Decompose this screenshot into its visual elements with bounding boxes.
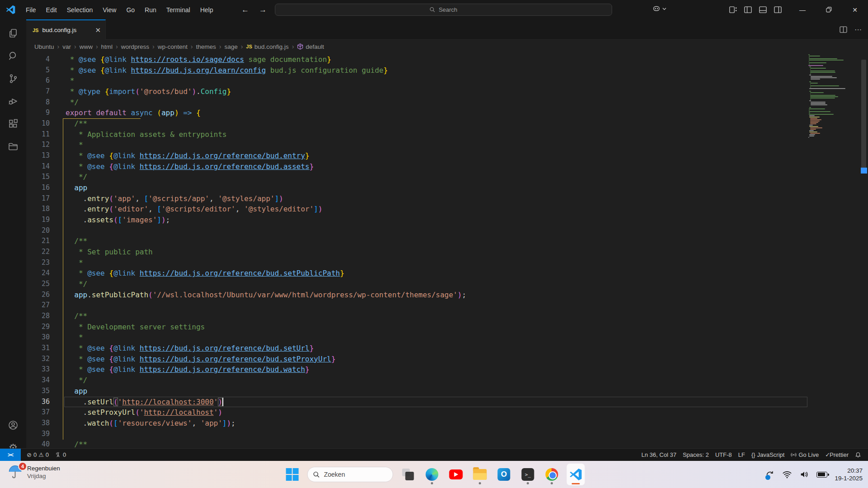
task-view-button[interactable] [399, 464, 417, 485]
indentation-setting[interactable]: Spaces: 2 [679, 449, 712, 461]
editor-scrollbar[interactable] [860, 53, 867, 448]
code-line[interactable]: 38 .watch(['resources/views', 'app']); [26, 418, 868, 429]
search-sidebar-icon[interactable] [0, 45, 26, 67]
code-line[interactable]: 8 */ [26, 97, 868, 108]
taskbar-clock[interactable]: 20:37 19-1-2025 [835, 467, 863, 482]
breadcrumb-item-bud-config-js[interactable]: JSbud.config.js [246, 43, 288, 50]
explorer-icon[interactable] [0, 22, 26, 45]
code-line[interactable]: 4 * @see {@link https://roots.io/sage/do… [26, 54, 868, 65]
search-command-center[interactable]: Search [275, 4, 612, 16]
code-line[interactable]: 22 * Set public path [26, 247, 868, 258]
code-line[interactable]: 10 /** [26, 118, 868, 129]
code-line[interactable]: 15 */ [26, 172, 868, 183]
window-restore-button[interactable] [816, 0, 842, 19]
remote-explorer-icon[interactable] [0, 135, 26, 158]
code-line[interactable]: 31 * @see {@link https://bud.js.org/refe… [26, 343, 868, 354]
scrollbar-thumb[interactable] [861, 60, 866, 169]
tab-bud-config-js[interactable]: JS bud.config.js ✕ [26, 19, 106, 40]
menu-view[interactable]: View [99, 5, 120, 15]
code-line[interactable]: 18 .entry('editor', ['@scripts/editor', … [26, 204, 868, 215]
menu-file[interactable]: File [22, 5, 40, 15]
code-line[interactable]: 28 /** [26, 311, 868, 322]
code-line[interactable]: 13 * @see {@link https://bud.js.org/refe… [26, 150, 868, 161]
terminal-taskbar-button[interactable]: >_ [519, 464, 537, 485]
nav-back-button[interactable]: ← [241, 5, 249, 14]
code-line-current[interactable]: 36 .setUrl('http://localhost:3000') [26, 397, 868, 408]
battery-tray-icon[interactable] [816, 472, 827, 478]
source-control-icon[interactable] [0, 67, 26, 90]
extensions-icon[interactable] [0, 113, 26, 135]
file-explorer-taskbar-button[interactable] [471, 464, 489, 485]
prettier-indicator[interactable]: ✓ Prettier [822, 449, 852, 461]
code-line[interactable]: 12 * [26, 140, 868, 150]
more-actions-icon[interactable]: ⋯ [854, 25, 862, 34]
window-minimize-button[interactable]: — [789, 0, 816, 19]
minimap[interactable] [808, 54, 848, 138]
breadcrumb-item-var[interactable]: var [62, 43, 71, 50]
remote-wsl-indicator[interactable]: >< [0, 449, 21, 461]
taskbar-search-box[interactable]: Zoeken [307, 467, 393, 482]
ports-indicator[interactable]: 0 [52, 449, 69, 461]
window-close-button[interactable]: ✕ [842, 0, 868, 19]
breadcrumb-item-ubuntu[interactable]: Ubuntu [34, 43, 54, 50]
volume-tray-icon[interactable] [799, 469, 809, 479]
update-tray-icon[interactable] [765, 469, 775, 479]
tab-close-icon[interactable]: ✕ [95, 26, 101, 34]
code-line[interactable]: 6 * [26, 75, 868, 86]
go-live-button[interactable]: Go Live [788, 449, 822, 461]
code-line[interactable]: 25 */ [26, 279, 868, 290]
code-line[interactable]: 24 * @see {@link https://bud.js.org/refe… [26, 268, 868, 279]
breadcrumb-item-sage[interactable]: sage [224, 43, 237, 50]
code-line[interactable]: 26 app.setPublicPath('//wsl.localhost/Ub… [26, 290, 868, 300]
menu-help[interactable]: Help [196, 5, 217, 15]
run-debug-icon[interactable] [0, 90, 26, 113]
code-line[interactable]: 5 * @see {@link https://bud.js.org/learn… [26, 65, 868, 76]
account-icon[interactable] [0, 414, 26, 436]
code-line[interactable]: 34 */ [26, 375, 868, 386]
customize-layout-button[interactable] [729, 5, 737, 14]
code-line[interactable]: 7 * @type {import('@roots/bud').Config} [26, 86, 868, 97]
code-line[interactable]: 30 * [26, 332, 868, 343]
code-line[interactable]: 35 app [26, 386, 868, 397]
breadcrumb-item-wordpress[interactable]: wordpress [121, 43, 149, 50]
vscode-taskbar-button-active[interactable] [567, 464, 585, 485]
edge-taskbar-button[interactable] [423, 464, 441, 485]
code-line[interactable]: 33 * @see {@link https://bud.js.org/refe… [26, 364, 868, 375]
code-line[interactable]: 27 [26, 300, 868, 311]
start-button[interactable] [283, 464, 302, 485]
code-line[interactable]: 39 [26, 429, 868, 440]
problems-indicator[interactable]: ⊘0 ⚠0 [24, 449, 52, 461]
wifi-tray-icon[interactable] [782, 469, 792, 479]
notifications-bell[interactable] [852, 449, 864, 461]
code-line[interactable]: 14 * @see {@link https://bud.js.org/refe… [26, 161, 868, 172]
code-line[interactable]: 19 .assets(['images']); [26, 215, 868, 225]
toggle-primary-sidebar-button[interactable] [744, 5, 752, 14]
breadcrumb-item-www[interactable]: www [80, 43, 93, 50]
breadcrumb-item-default[interactable]: default [297, 43, 324, 50]
copilot-menu-button[interactable] [652, 5, 666, 13]
code-line[interactable]: 40 /** [26, 439, 868, 448]
menu-run[interactable]: Run [141, 5, 160, 15]
breadcrumb-item-themes[interactable]: themes [196, 43, 216, 50]
cursor-position[interactable]: Ln 36, Col 37 [638, 449, 679, 461]
menu-edit[interactable]: Edit [42, 5, 61, 15]
toggle-secondary-sidebar-button[interactable] [774, 5, 782, 14]
split-editor-icon[interactable] [840, 26, 847, 33]
code-line[interactable]: 32 * @see {@link https://bud.js.org/refe… [26, 354, 868, 365]
code-line[interactable]: 17 .entry('app', ['@scripts/app', '@styl… [26, 193, 868, 204]
code-editor[interactable]: 4 * @see {@link https://roots.io/sage/do… [26, 53, 868, 448]
breadcrumb-item-html[interactable]: html [101, 43, 113, 50]
toggle-panel-button[interactable] [759, 5, 767, 14]
menu-terminal[interactable]: Terminal [162, 5, 194, 15]
code-line[interactable]: 20 [26, 225, 868, 236]
code-line[interactable]: 21 /** [26, 236, 868, 247]
code-line[interactable]: 16 app [26, 183, 868, 193]
code-line[interactable]: 9export default async (app) => { [26, 108, 868, 118]
code-line[interactable]: 29 * Development server settings [26, 322, 868, 333]
code-line[interactable]: 37 .setProxyUrl('http://localhost') [26, 407, 868, 418]
breadcrumb-item-wp-content[interactable]: wp-content [158, 43, 188, 50]
encoding-setting[interactable]: UTF-8 [712, 449, 735, 461]
language-mode[interactable]: {} JavaScript [748, 449, 788, 461]
code-line[interactable]: 11 * Application assets & entrypoints [26, 129, 868, 140]
outlook-taskbar-button[interactable]: O [495, 464, 513, 485]
